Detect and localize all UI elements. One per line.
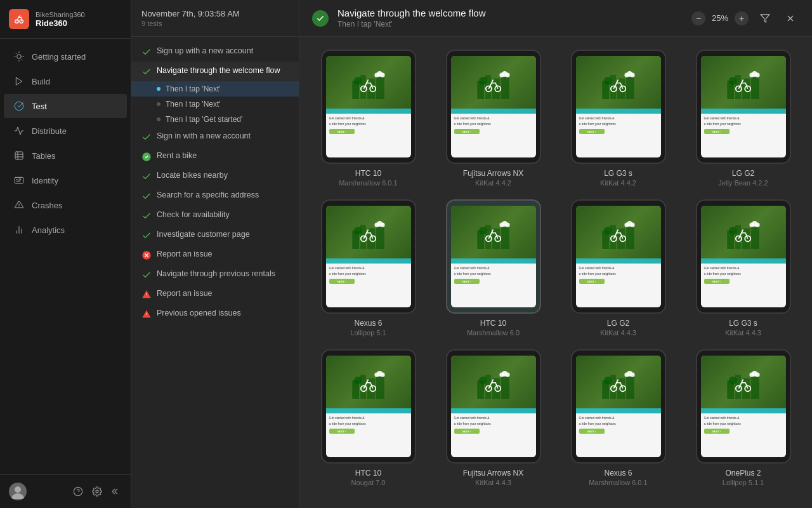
sidebar-label-getting-started: Getting started — [32, 52, 86, 62]
brand-name: BikeSharing360 — [36, 11, 85, 18]
settings-button[interactable] — [91, 486, 103, 497]
test-item-locate[interactable]: Locate bikes nearby — [131, 166, 299, 186]
svg-rect-141 — [492, 378, 501, 399]
app-name: Ride360 — [36, 18, 85, 28]
status-pass-icon-2 — [141, 67, 152, 77]
svg-line-5 — [16, 53, 16, 54]
phone-screen-bottom: Get started with friends & a ride from y… — [451, 114, 536, 157]
test-item-welcome[interactable]: Navigate through the welcome flow — [131, 62, 299, 81]
user-avatar[interactable] — [9, 483, 27, 500]
phone-screen: Get started with friends & a ride from y… — [326, 356, 411, 457]
sidebar-item-test[interactable]: Test — [4, 94, 127, 118]
sidebar-label-analytics: Analytics — [32, 225, 65, 235]
test-label-signin: Sign in with a new account — [157, 131, 251, 140]
sidebar-item-analytics[interactable]: Analytics — [4, 218, 127, 242]
phone-screen: Get started with friends & a ride from y… — [701, 206, 786, 307]
phone-screen-bottom: Get started with friends & a ride from y… — [701, 413, 786, 457]
phone-screen-top — [451, 56, 536, 114]
step-item-0[interactable]: Then I tap 'Next' — [131, 81, 299, 97]
device-card[interactable]: Get started with friends & a ride from y… — [312, 199, 424, 337]
phone-screen-top — [576, 356, 661, 413]
device-os: Marshmallow 6.0.1 — [339, 179, 397, 187]
test-item-prev-rentals[interactable]: Navigate through previous rentals — [131, 265, 299, 284]
svg-point-137 — [380, 373, 384, 377]
phone-screen: Get started with friends & a ride from y… — [451, 206, 536, 307]
zoom-out-button[interactable]: − — [691, 11, 705, 25]
collapse-button[interactable] — [110, 486, 122, 497]
svg-rect-108 — [617, 229, 625, 249]
device-card[interactable]: Get started with friends & a ride from y… — [437, 50, 549, 187]
distribute-icon — [13, 124, 25, 137]
logo-icon — [9, 9, 29, 29]
analytics-icon — [13, 224, 25, 236]
phone-frame: Get started with friends & a ride from y… — [571, 199, 666, 314]
device-card[interactable]: Get started with friends & a ride from y… — [312, 50, 424, 187]
test-label-report1: Report an issue — [157, 250, 213, 258]
test-item-report2[interactable]: Report an issue — [131, 284, 299, 304]
sidebar-item-identity[interactable]: Identity — [4, 168, 127, 192]
test-label-signup: Sign up with a new account — [157, 46, 253, 55]
zoom-in-button[interactable]: + — [735, 11, 749, 25]
test-item-search[interactable]: Search for a specific address — [131, 186, 299, 206]
device-card[interactable]: Get started with friends & a ride from y… — [687, 50, 799, 187]
device-card[interactable]: Get started with friends & a ride from y… — [562, 199, 674, 337]
phone-frame: Get started with friends & a ride from y… — [571, 50, 666, 164]
device-card[interactable]: Get started with friends & a ride from y… — [687, 349, 799, 486]
device-grid: Get started with friends & a ride from y… — [299, 37, 812, 508]
phone-screen: Get started with friends & a ride from y… — [451, 56, 536, 157]
svg-marker-36 — [761, 15, 769, 22]
close-button[interactable] — [782, 10, 799, 27]
svg-rect-42 — [367, 79, 376, 99]
test-item-check[interactable]: Check for availability — [131, 206, 299, 225]
test-item-investigate[interactable]: Investigate customer page — [131, 225, 299, 245]
device-card[interactable]: Get started with friends & a ride from y… — [312, 349, 424, 486]
svg-rect-11 — [15, 152, 23, 159]
device-card[interactable]: Get started with friends & a ride from y… — [687, 199, 799, 337]
sidebar-item-distribute[interactable]: Distribute — [4, 119, 127, 143]
device-os: Marshmallow 6.0.1 — [589, 479, 647, 486]
svg-point-132 — [354, 377, 362, 385]
help-button[interactable] — [72, 486, 84, 497]
nav-menu: Getting started Build Test Distribute Ta… — [0, 39, 131, 474]
step-item-2[interactable]: Then I tap 'Get started' — [131, 112, 299, 127]
test-item-report1[interactable]: Report an issue — [131, 245, 299, 265]
device-os: Marshmallow 6.0 — [467, 329, 520, 337]
svg-point-44 — [354, 77, 362, 85]
svg-rect-65 — [626, 76, 634, 99]
device-name: Nexus 6 — [354, 319, 382, 328]
sidebar-label-crashes: Crashes — [32, 201, 62, 210]
identity-icon — [13, 174, 25, 187]
phone-screen-top — [576, 206, 661, 264]
sidebar-item-getting-started[interactable]: Getting started — [4, 44, 127, 69]
step-label-0: Then I tap 'Next' — [166, 84, 221, 93]
test-item-rent[interactable]: Rent a bike — [131, 147, 299, 166]
test-label-check: Check for availability — [157, 210, 230, 219]
svg-point-22 — [15, 486, 21, 493]
test-item-signin[interactable]: Sign in with a new account — [131, 127, 299, 147]
phone-screen: Get started with friends & a ride from y… — [701, 56, 786, 157]
sidebar-item-build[interactable]: Build — [4, 69, 127, 93]
test-item-signup[interactable]: Sign up with a new account — [131, 42, 299, 62]
test-list: Sign up with a new account Navigate thro… — [131, 37, 299, 508]
sidebar-item-tables[interactable]: Tables — [4, 144, 127, 168]
device-card[interactable]: Get started with friends & a ride from y… — [562, 50, 674, 187]
test-item-prev-issues[interactable]: Previous opened issues — [131, 304, 299, 324]
test-icon — [13, 100, 25, 112]
device-card[interactable]: Get started with friends & a ride from y… — [562, 349, 674, 486]
step-dot-1 — [157, 102, 160, 106]
phone-screen-top — [576, 56, 661, 114]
device-card[interactable]: Get started with friends & a ride from y… — [437, 349, 549, 486]
device-card[interactable]: Get started with friends & a ride from y… — [437, 199, 549, 337]
main-header: Navigate through the welcome flow Then I… — [299, 0, 812, 37]
step-item-1[interactable]: Then I tap 'Next' — [131, 97, 299, 112]
phone-screen-bottom: Get started with friends & a ride from y… — [576, 413, 661, 457]
svg-point-126 — [755, 223, 759, 227]
phone-frame: Get started with friends & a ride from y… — [321, 50, 416, 164]
table-icon — [13, 149, 25, 162]
filter-button[interactable] — [756, 10, 774, 27]
svg-rect-109 — [626, 226, 634, 249]
device-name: LG G3 s — [604, 169, 632, 178]
test-label-welcome: Navigate through the welcome flow — [157, 66, 280, 75]
sidebar-item-crashes[interactable]: Crashes — [4, 193, 127, 217]
status-pass-icon-7 — [141, 231, 152, 241]
